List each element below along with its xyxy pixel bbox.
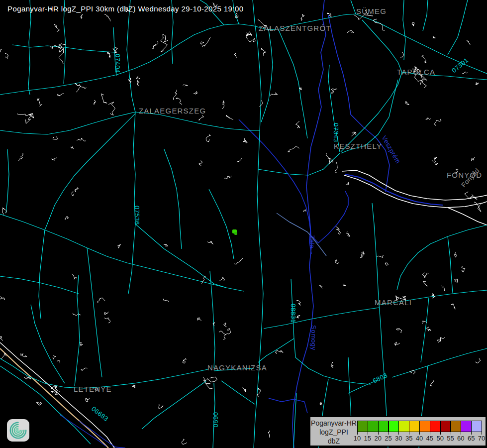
county-river-label: Zala [308, 235, 316, 249]
legend-swatch [419, 421, 430, 432]
settlement-outline [331, 362, 333, 368]
legend-swatch [440, 421, 451, 432]
road-number-label: 06683 [90, 405, 110, 423]
legend-swatch [398, 421, 409, 432]
settlement-outline [0, 49, 1, 52]
settlement-outline [200, 42, 204, 44]
settlement-outline [59, 44, 66, 49]
settlement-outline [335, 260, 339, 264]
settlement-outline [327, 13, 331, 17]
settlement-outline [77, 138, 86, 141]
settlement-outline [86, 398, 90, 401]
settlement-outline [243, 138, 248, 143]
map-line [448, 208, 487, 225]
map-line [277, 213, 326, 256]
settlement-outline [26, 113, 34, 124]
map-line [135, 224, 226, 288]
settlement-outline [234, 53, 237, 58]
road-number-label: 07404 [114, 54, 121, 73]
settlement-outline [226, 115, 233, 119]
settlement-outline [347, 231, 350, 236]
settlement-outline [326, 153, 333, 164]
map-line [351, 0, 356, 14]
settlement-outline [136, 76, 140, 79]
settlement-outline [80, 14, 83, 19]
settlement-outline [412, 22, 414, 26]
settlement-outline [176, 98, 182, 105]
map-line [258, 338, 294, 362]
settlement-outline [296, 121, 300, 128]
map-line [127, 0, 135, 294]
settlement-outline [73, 313, 81, 316]
map-line [341, 72, 402, 152]
settlement-outline [224, 176, 232, 179]
settlement-outline [54, 24, 59, 32]
settlement-outline [336, 229, 341, 234]
settlement-outline [206, 135, 211, 142]
map-line [392, 348, 487, 377]
map-line [164, 149, 182, 249]
city-label: TAPOLCA [397, 68, 435, 76]
settlement-outline [36, 402, 41, 405]
settlement-outline [385, 263, 388, 265]
settlement-outline [442, 285, 445, 291]
map-line [0, 214, 244, 291]
settlement-outline [194, 92, 197, 95]
settlement-outline [347, 31, 354, 34]
legend-swatch [430, 421, 441, 432]
settlement-outline [319, 402, 321, 405]
settlement-outline [97, 298, 105, 303]
map-line [421, 298, 429, 362]
settlement-outline [396, 329, 402, 333]
settlement-outline [331, 89, 337, 93]
settlement-outline [433, 36, 435, 38]
settlement-outline [319, 286, 322, 289]
settlement-outline [219, 331, 226, 339]
settlement-outline [72, 274, 77, 279]
settlement-outline [71, 146, 74, 149]
settlement-outline [107, 52, 110, 58]
city-label: LETENYE [74, 385, 112, 393]
settlement-outline [164, 244, 168, 246]
map-line [403, 0, 405, 60]
settlement-outline [243, 387, 246, 392]
settlement-outline [207, 241, 213, 244]
radar-screen: ZALASZENTGRÓTSÜMEGTAPOLCAZALAEGERSZEGKES… [0, 0, 487, 448]
city-label: ZALASZENTGRÓT [259, 24, 331, 32]
settlement-outline [108, 102, 115, 115]
settlement-outline [183, 85, 188, 86]
map-line [448, 236, 453, 293]
settlement-outline [159, 404, 163, 409]
legend-swatch [389, 421, 399, 432]
settlement-outline [222, 101, 224, 109]
settlement-outline [437, 337, 445, 342]
settlement-outline [451, 304, 455, 309]
settlement-outline [234, 258, 243, 264]
legend-product-label: logZ_PPI [319, 428, 348, 437]
settlement-outline [161, 37, 168, 52]
settlement-outline [276, 350, 284, 354]
settlement-outline [465, 192, 477, 200]
settlement-outline [360, 252, 365, 258]
road-number-label: 0690 [212, 412, 219, 428]
settlement-outline [462, 266, 465, 272]
settlement-outline [471, 157, 475, 161]
legend-swatch [451, 421, 462, 432]
map-line [261, 30, 273, 122]
settlement-outline [57, 360, 60, 363]
settlement-outline [476, 83, 479, 85]
radar-map-canvas: ZALASZENTGRÓTSÜMEGTAPOLCAZALAEGERSZEGKES… [0, 0, 487, 448]
settlement-outline [37, 98, 42, 106]
map-line [448, 0, 468, 55]
settlement-outline [75, 187, 78, 192]
settlement-outline [270, 93, 278, 96]
settlement-outline [288, 146, 299, 152]
settlement-outline [426, 327, 431, 332]
settlement-outline [426, 118, 430, 120]
city-label: SÜMEG [356, 7, 387, 15]
met-logo[interactable] [6, 419, 30, 442]
legend-unit-label: dbZ [328, 437, 340, 446]
legend-text-block: Poganyvar-HR logZ_PPI dbZ [310, 419, 357, 446]
settlement-outline [104, 14, 110, 21]
legend-swatch [461, 421, 472, 432]
